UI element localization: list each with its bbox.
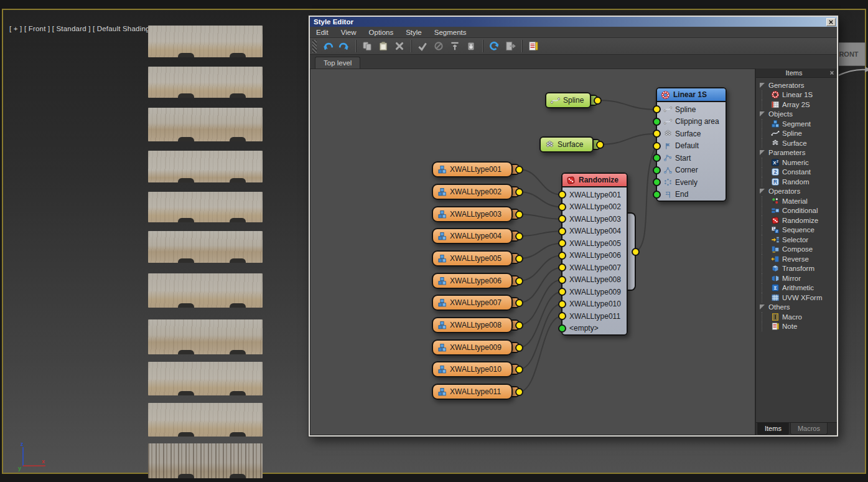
tab-top-level[interactable]: Top level <box>315 57 360 69</box>
panel-tab-macros[interactable]: Macros <box>790 423 828 435</box>
tree-item-segment[interactable]: Segment <box>762 119 837 129</box>
output-socket-surface[interactable] <box>596 141 604 149</box>
apply-button[interactable] <box>415 39 430 54</box>
node-seg2[interactable]: XWALLtype002 <box>432 184 513 200</box>
wall-segment-thumbnail-1[interactable] <box>148 26 263 57</box>
toolbar-drag-handle[interactable] <box>312 40 317 53</box>
node-row[interactable]: Start <box>657 152 726 164</box>
tree-item-material[interactable]: Material <box>762 196 837 206</box>
output-socket-seg3[interactable] <box>515 210 523 219</box>
node-seg6[interactable]: XWALLtype006 <box>432 273 513 289</box>
input-socket-randomize-7[interactable] <box>558 276 566 284</box>
output-socket-seg11[interactable] <box>515 388 523 396</box>
menu-view[interactable]: View <box>335 29 363 36</box>
node-linear[interactable]: Linear 1SSplineClipping areaSurfaceDefau… <box>656 87 727 202</box>
node-seg11[interactable]: XWALLtype011 <box>432 384 513 400</box>
tree-section-generators[interactable]: Generators <box>760 80 837 90</box>
node-seg9[interactable]: XWALLtype009 <box>432 339 513 356</box>
tree-item-array-2s[interactable]: Array 2S <box>762 100 837 110</box>
node-row[interactable]: XWALLtype005 <box>562 237 627 250</box>
redo-button[interactable] <box>337 39 352 54</box>
tree-section-others[interactable]: Others <box>760 303 837 313</box>
node-row[interactable]: Surface <box>657 128 726 140</box>
tree-item-constant[interactable]: 2Constant <box>762 168 837 177</box>
refresh-button[interactable] <box>487 39 502 54</box>
wall-segment-thumbnail-7[interactable] <box>148 273 263 308</box>
cancel-button[interactable] <box>431 39 446 54</box>
tree-item-mirror[interactable]: Mirror <box>762 273 837 283</box>
tree-item-randomize[interactable]: Randomize <box>762 215 837 225</box>
node-row[interactable]: <empty> <box>562 323 627 335</box>
tree-item-sequence[interactable]: 12Sequence <box>762 225 837 235</box>
output-socket-seg4[interactable] <box>515 232 523 240</box>
node-canvas[interactable]: SplineSurfaceXWALLtype001XWALLtype002XWA… <box>310 69 755 435</box>
node-surface[interactable]: Surface <box>539 136 594 153</box>
output-socket-seg5[interactable] <box>515 255 523 263</box>
input-socket-randomize-11[interactable] <box>558 324 566 333</box>
node-row[interactable]: Spline <box>657 103 726 116</box>
window-close-button[interactable] <box>826 18 836 26</box>
tree-item-random[interactable]: RRandom <box>762 177 837 187</box>
node-row[interactable]: XWALLtype003 <box>562 213 627 225</box>
node-row[interactable]: XWALLtype002 <box>562 201 627 214</box>
tree-item-conditional[interactable]: Conditional <box>762 206 837 216</box>
input-socket-randomize-5[interactable] <box>558 252 566 260</box>
output-socket-spline[interactable] <box>594 97 602 105</box>
menu-segments[interactable]: Segments <box>428 29 473 36</box>
wall-segment-thumbnail-4[interactable] <box>148 151 263 182</box>
tree-item-surface[interactable]: Surface <box>762 138 837 148</box>
wall-segment-thumbnail-10[interactable] <box>148 403 263 437</box>
input-socket-linear-5[interactable] <box>653 166 661 174</box>
tree-item-compose[interactable]: Compose <box>762 245 837 255</box>
input-socket-linear-0[interactable] <box>653 105 661 113</box>
node-row[interactable]: Clipping area <box>657 116 726 128</box>
node-header[interactable]: Linear 1S <box>657 88 726 102</box>
tree-item-macro[interactable]: Macro <box>762 312 837 322</box>
input-socket-randomize-6[interactable] <box>558 263 566 272</box>
node-seg5[interactable]: XWALLtype005 <box>432 250 513 267</box>
send-bottom-button[interactable] <box>464 39 478 54</box>
viewport-label[interactable]: [ + ] [ Front ] [ Standard ] [ Default S… <box>9 25 154 32</box>
wall-segment-thumbnail-8[interactable] <box>148 319 263 354</box>
menu-edit[interactable]: Edit <box>310 29 335 36</box>
input-socket-linear-6[interactable] <box>653 178 661 186</box>
node-randomize[interactable]: RandomizeXWALLtype001XWALLtype002XWALLty… <box>561 172 628 336</box>
delete-button[interactable] <box>392 39 407 54</box>
wall-segment-thumbnail-5[interactable] <box>148 192 263 222</box>
output-socket-seg2[interactable] <box>515 188 523 196</box>
window-titlebar[interactable]: Style Editor <box>310 17 837 27</box>
panel-close-icon[interactable] <box>829 70 834 75</box>
node-row[interactable]: XWALLtype007 <box>562 262 627 274</box>
input-socket-linear-3[interactable] <box>653 142 661 150</box>
node-row[interactable]: XWALLtype011 <box>562 310 627 323</box>
input-socket-linear-1[interactable] <box>653 118 661 126</box>
input-socket-linear-4[interactable] <box>653 154 661 162</box>
tree-item-transform[interactable]: Transform <box>762 264 837 274</box>
tree-item-uvw-xform[interactable]: UVW XForm <box>762 293 837 303</box>
output-socket-seg1[interactable] <box>515 166 523 174</box>
tree-item-note[interactable]: Note <box>762 322 837 332</box>
tree-section-operators[interactable]: Operators <box>760 187 837 197</box>
note-button[interactable] <box>526 39 541 54</box>
wall-segment-thumbnail-6[interactable] <box>148 231 263 263</box>
tree-item-arithmetic[interactable]: ΣArithmetic <box>762 283 837 293</box>
paste-button[interactable] <box>376 39 391 54</box>
input-socket-randomize-0[interactable] <box>558 191 566 199</box>
wall-segment-thumbnail-11[interactable] <box>148 443 263 478</box>
tree-item-numeric[interactable]: X2Numeric <box>762 158 837 168</box>
undo-button[interactable] <box>320 39 335 54</box>
node-row[interactable]: End <box>657 189 726 201</box>
node-seg1[interactable]: XWALLtype001 <box>432 161 513 177</box>
menu-options[interactable]: Options <box>363 29 400 36</box>
input-socket-randomize-3[interactable] <box>558 227 566 235</box>
tree-item-spline[interactable]: Spline <box>762 129 837 139</box>
node-seg3[interactable]: XWALLtype003 <box>432 206 513 222</box>
node-seg8[interactable]: XWALLtype008 <box>432 317 513 333</box>
panel-tab-items[interactable]: Items <box>757 423 789 435</box>
output-socket-seg7[interactable] <box>515 299 523 307</box>
node-row[interactable]: XWALLtype006 <box>562 250 627 262</box>
node-row[interactable]: XWALLtype001 <box>562 189 627 201</box>
node-row[interactable]: XWALLtype004 <box>562 225 627 238</box>
tree-item-linear-1s[interactable]: Linear 1S <box>762 90 837 100</box>
tree-item-selector[interactable]: Selector <box>762 235 837 245</box>
